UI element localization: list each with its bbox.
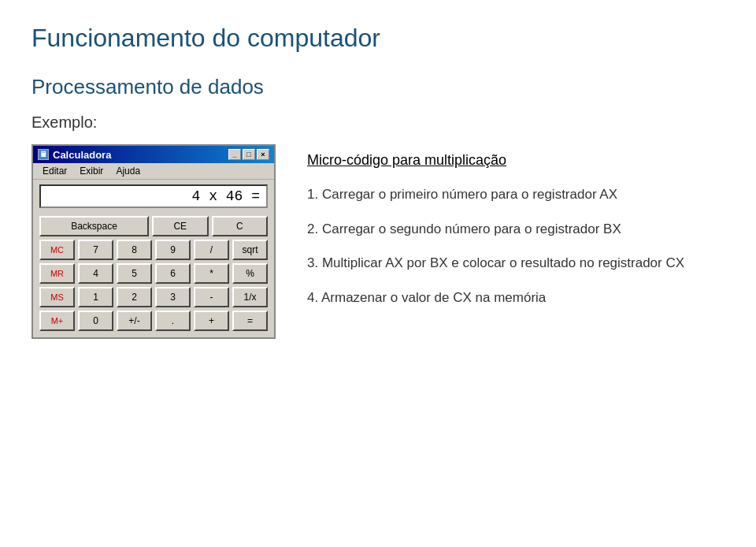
calculator-window: 🖩 Calculadora _ □ × Editar Exibir Ajuda … bbox=[32, 144, 276, 339]
main-content: 🖩 Calculadora _ □ × Editar Exibir Ajuda … bbox=[32, 144, 724, 339]
micro-title: Micro-código para multiplicação bbox=[307, 152, 724, 169]
c-button[interactable]: C bbox=[212, 216, 269, 236]
menu-item-exibir[interactable]: Exibir bbox=[73, 165, 109, 177]
calc-row-5: M+ 0 +/- . + = bbox=[39, 311, 268, 331]
btn-equals[interactable]: = bbox=[232, 311, 268, 331]
mplus-button[interactable]: M+ bbox=[39, 311, 75, 331]
maximize-button[interactable]: □ bbox=[243, 149, 255, 160]
step-2: 2. Carregar o segundo número para o regi… bbox=[307, 219, 724, 240]
step-3-text: Multiplicar AX por BX e colocar o result… bbox=[322, 255, 684, 270]
ce-button[interactable]: CE bbox=[152, 216, 209, 236]
btn-multiply[interactable]: * bbox=[194, 263, 229, 284]
btn-add[interactable]: + bbox=[194, 311, 229, 331]
step-1-text: Carregar o primeiro número para o regist… bbox=[322, 187, 617, 202]
step-1: 1. Carregar o primeiro número para o reg… bbox=[307, 184, 724, 205]
btn-divide[interactable]: / bbox=[194, 240, 229, 260]
backspace-button[interactable]: Backspace bbox=[39, 216, 149, 236]
calculator-titlebar: 🖩 Calculadora _ □ × bbox=[33, 146, 274, 163]
step-2-text: Carregar o segundo número para o registr… bbox=[322, 221, 621, 236]
calc-row-2: MC 7 8 9 / sqrt bbox=[39, 240, 268, 260]
minimize-button[interactable]: _ bbox=[228, 149, 241, 160]
calc-menubar: Editar Exibir Ajuda bbox=[33, 163, 274, 180]
calc-window-title: Calculadora bbox=[53, 149, 111, 161]
btn-sqrt[interactable]: sqrt bbox=[232, 240, 268, 260]
step-4-number: 4. bbox=[307, 290, 321, 305]
calc-display: 4 x 46 = bbox=[39, 184, 268, 208]
calc-app-icon: 🖩 bbox=[38, 149, 49, 160]
btn-8[interactable]: 8 bbox=[117, 240, 152, 260]
step-2-number: 2. bbox=[307, 221, 322, 236]
ms-button[interactable]: MS bbox=[39, 287, 75, 307]
mr-button[interactable]: MR bbox=[39, 263, 75, 284]
step-4: 4. Armazenar o valor de CX na memória bbox=[307, 288, 724, 308]
page-title: Funcionamento do computador bbox=[32, 24, 724, 53]
btn-0[interactable]: 0 bbox=[78, 311, 113, 331]
calc-buttons: Backspace CE C MC 7 8 9 / sqrt MR 4 5 6 … bbox=[33, 213, 274, 337]
section-title: Processamento de dados bbox=[32, 75, 724, 99]
titlebar-buttons: _ □ × bbox=[228, 149, 269, 160]
mc-button[interactable]: MC bbox=[39, 240, 75, 260]
step-1-number: 1. bbox=[307, 187, 322, 202]
btn-decimal[interactable]: . bbox=[155, 311, 191, 331]
titlebar-left: 🖩 Calculadora bbox=[38, 149, 111, 161]
btn-9[interactable]: 9 bbox=[155, 240, 191, 260]
calc-row-1: Backspace CE C bbox=[39, 216, 268, 236]
btn-2[interactable]: 2 bbox=[117, 287, 152, 307]
btn-reciprocal[interactable]: 1/x bbox=[232, 287, 268, 307]
calc-row-3: MR 4 5 6 * % bbox=[39, 263, 268, 284]
step-3: 3. Multiplicar AX por BX e colocar o res… bbox=[307, 253, 724, 274]
btn-negate[interactable]: +/- bbox=[117, 311, 152, 331]
step-3-number: 3. bbox=[307, 255, 322, 270]
btn-subtract[interactable]: - bbox=[194, 287, 229, 307]
display-value: 4 x 46 = bbox=[192, 188, 260, 204]
menu-item-editar[interactable]: Editar bbox=[36, 165, 73, 177]
step-4-text: Armazenar o valor de CX na memória bbox=[321, 290, 546, 305]
btn-percent[interactable]: % bbox=[232, 263, 268, 284]
example-label: Exemplo: bbox=[32, 113, 724, 132]
btn-6[interactable]: 6 bbox=[155, 263, 191, 284]
close-button[interactable]: × bbox=[257, 149, 269, 160]
btn-5[interactable]: 5 bbox=[117, 263, 152, 284]
right-panel: Micro-código para multiplicação 1. Carre… bbox=[307, 144, 724, 322]
btn-3[interactable]: 3 bbox=[155, 287, 191, 307]
calc-row-4: MS 1 2 3 - 1/x bbox=[39, 287, 268, 307]
steps-list: 1. Carregar o primeiro número para o reg… bbox=[307, 184, 724, 307]
btn-7[interactable]: 7 bbox=[78, 240, 113, 260]
menu-item-ajuda[interactable]: Ajuda bbox=[109, 165, 146, 177]
btn-4[interactable]: 4 bbox=[78, 263, 113, 284]
btn-1[interactable]: 1 bbox=[78, 287, 113, 307]
